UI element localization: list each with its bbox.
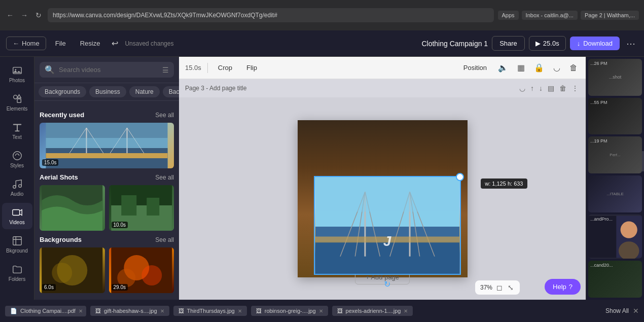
download-button[interactable]: ↓ Download <box>570 37 620 50</box>
cat-tab-nature[interactable]: Nature <box>129 86 160 97</box>
crop-button[interactable]: Crop <box>214 62 236 74</box>
canva-tab-label: Page 2 | Waltham,... <box>585 12 635 18</box>
canvas-clip-content: J <box>315 177 460 274</box>
right-panel-text-2: ...55 PM <box>590 100 607 105</box>
bottom-tab-2[interactable]: 🖼 gift-habeshaw-s....jpg ✕ <box>90 306 169 316</box>
search-section: 🔍 ☰ <box>34 57 179 83</box>
browser-tab-apps[interactable]: Apps <box>498 11 519 20</box>
close-all-button[interactable]: ✕ <box>633 307 639 315</box>
zoom-controls: 37% ◻ ⤡ <box>475 280 520 295</box>
volume-icon-button[interactable]: 🔈 <box>496 61 510 75</box>
video-icon <box>12 207 23 218</box>
bottom-tab-5[interactable]: 🖼 pexels-adrienn-1....jpg ✕ <box>332 306 413 316</box>
bottom-tab-4[interactable]: 🖼 robinson-greig-....jpg ✕ <box>251 306 328 316</box>
right-panel: ...shot ...26 PM ...55 PM Perf... ...19 … <box>586 57 644 300</box>
right-panel-item-2: ...55 PM <box>588 98 642 135</box>
forward-button[interactable]: → <box>19 10 29 20</box>
tab-4-icon: 🖼 <box>256 308 262 314</box>
search-input[interactable] <box>59 66 158 74</box>
cat-tab-back[interactable]: Back... <box>163 86 179 97</box>
file-button[interactable]: File <box>50 37 71 50</box>
browser-tab-gmail[interactable]: Inbox - caitlin.a@... <box>522 11 578 20</box>
canvas-page[interactable]: HELLO <box>298 120 468 277</box>
bottom-bar: 📄 Clothing Campai....pdf ✕ 🖼 gift-habesh… <box>0 300 644 322</box>
browser-tab-canva[interactable]: Page 2 | Waltham,... <box>581 11 639 20</box>
trash-icon-button[interactable]: 🗑 <box>567 61 580 75</box>
help-label: Help <box>553 283 566 291</box>
home-button[interactable]: ← Home <box>6 37 46 50</box>
recently-used-see-all[interactable]: See all <box>155 112 174 119</box>
tab-2-close[interactable]: ✕ <box>160 308 164 314</box>
help-button[interactable]: Help ? <box>545 279 581 295</box>
page-copy-button[interactable]: ◡ <box>518 83 526 93</box>
share-button[interactable]: Share <box>492 36 525 51</box>
toolbar-separator <box>207 63 208 73</box>
page-actions: ◡ ↑ ↓ ▤ 🗑 ⋮ <box>518 83 580 93</box>
svg-point-4 <box>13 152 21 160</box>
sidebar-item-styles[interactable]: Styles <box>2 146 32 172</box>
backgrounds-header: Backgrounds See all <box>40 236 174 243</box>
url-bar[interactable]: https://www.canva.com/design/DAEXvwL9Zts… <box>48 8 494 22</box>
sidebar-label-folders: Folders <box>9 276 25 282</box>
tab-1-close[interactable]: ✕ <box>79 308 83 314</box>
sidebar-item-photos[interactable]: Photos <box>2 61 32 87</box>
sidebar-item-elements[interactable]: Elements <box>2 89 32 116</box>
edit-toolbar: 15.0s Crop Flip Position 🔈 ▦ 🔒 ◡ 🗑 <box>179 57 586 79</box>
zoom-fit-button[interactable]: ◻ <box>495 282 504 293</box>
aerial-shots-header: Aerial Shots See all <box>40 173 174 181</box>
recent-video-1[interactable]: 15.0s <box>40 123 174 168</box>
bottom-tab-1[interactable]: 📄 Clothing Campai....pdf ✕ <box>5 306 86 316</box>
clip-svg <box>315 177 460 274</box>
top-toolbar: ← Home File Resize ↩ Unsaved changes Clo… <box>0 30 644 57</box>
more-options-button[interactable]: ⋯ <box>624 35 638 52</box>
aerial-video-2-duration: 10.0s <box>112 222 128 228</box>
backgrounds-grid: 6.0s 29.0s <box>40 247 174 293</box>
page-more-button[interactable]: ⋮ <box>570 83 580 93</box>
sidebar-item-videos[interactable]: Videos <box>2 203 32 229</box>
sidebar-label-photos: Photos <box>9 78 25 83</box>
resize-button[interactable]: Resize <box>75 37 105 50</box>
position-button[interactable]: Position <box>459 62 491 74</box>
canvas-wrapper: HELLO <box>179 97 586 300</box>
sidebar-item-audio[interactable]: Audio <box>2 174 32 201</box>
svg-point-5 <box>13 186 16 189</box>
copy-icon-button[interactable]: ◡ <box>551 61 562 75</box>
backgrounds-see-all[interactable]: See all <box>155 236 174 243</box>
sidebar-item-text[interactable]: Text <box>2 118 32 144</box>
browser-tabs: Apps Inbox - caitlin.a@... Page 2 | Walt… <box>498 11 639 20</box>
aerial-video-1[interactable] <box>40 185 105 231</box>
lock-icon-button[interactable]: 🔒 <box>532 61 546 75</box>
undo-button[interactable]: ↩ <box>109 36 121 51</box>
resize-handle[interactable] <box>456 173 464 181</box>
play-button[interactable]: ▶ 25.0s <box>529 36 566 51</box>
bg-video-1[interactable]: 6.0s <box>40 247 105 293</box>
rotate-handle[interactable]: ↻ <box>384 279 390 289</box>
grid-icon-button[interactable]: ▦ <box>515 61 527 75</box>
tab-5-close[interactable]: ✕ <box>404 308 408 314</box>
zoom-level: 37% <box>480 284 492 291</box>
tab-3-close[interactable]: ✕ <box>238 308 242 314</box>
show-all-button[interactable]: Show All <box>605 307 629 314</box>
sidebar-item-background[interactable]: Bkground <box>2 231 32 258</box>
filter-icon[interactable]: ☰ <box>162 66 169 74</box>
zoom-fullscreen-button[interactable]: ⤡ <box>507 282 515 293</box>
canvas-selected-clip[interactable]: J ↻ <box>314 176 461 275</box>
page-down-button[interactable]: ↓ <box>538 83 544 93</box>
tab-4-close[interactable]: ✕ <box>319 308 323 314</box>
aerial-shots-see-all[interactable]: See all <box>155 174 174 181</box>
bg-video-2[interactable]: 29.0s <box>109 247 174 293</box>
refresh-button[interactable]: ↻ <box>33 10 44 20</box>
cat-tab-backgrounds[interactable]: Backgrounds <box>39 86 86 97</box>
cat-tab-business[interactable]: Business <box>89 86 126 97</box>
page-up-button[interactable]: ↑ <box>529 83 535 93</box>
page-duplicate-button[interactable]: ▤ <box>547 83 555 93</box>
back-button[interactable]: ← <box>5 10 15 20</box>
flip-button[interactable]: Flip <box>242 62 261 74</box>
page-delete-button[interactable]: 🗑 <box>558 83 567 93</box>
sidebar-label-elements: Elements <box>7 106 28 112</box>
sidebar-item-folders[interactable]: Folders <box>2 260 32 286</box>
aerial-video-2[interactable]: 10.0s <box>109 185 174 231</box>
aerial-shots-title: Aerial Shots <box>40 173 78 181</box>
bottom-tab-3[interactable]: 🖼 ThirdThursdays.jpg ✕ <box>173 306 247 316</box>
bg-video-2-duration: 29.0s <box>112 284 128 291</box>
